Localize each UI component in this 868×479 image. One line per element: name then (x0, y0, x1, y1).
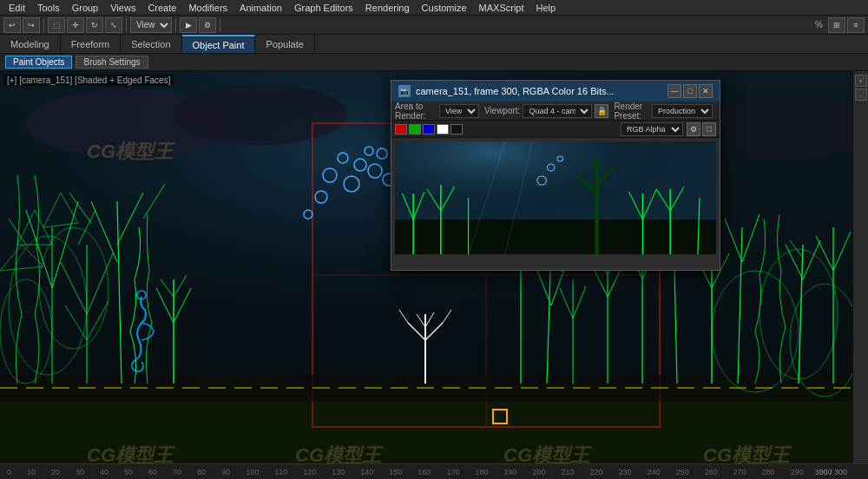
align-btn[interactable]: ≡ (847, 17, 865, 33)
channel-settings[interactable]: ⚙ (687, 122, 700, 136)
toolbar-sep-4 (220, 18, 220, 32)
render-dialog-close[interactable]: ✕ (699, 84, 713, 98)
right-panel: + - ▶ (852, 71, 868, 479)
paint-objects-btn[interactable]: Paint Objects (5, 56, 72, 69)
viewport-dropdown[interactable]: Quad 4 - camer (523, 104, 592, 118)
redo-btn[interactable]: ↪ (23, 17, 40, 33)
undo-btn[interactable]: ↩ (3, 17, 21, 33)
color-blue[interactable] (423, 124, 435, 135)
menu-graph-editors[interactable]: Graph Editors (289, 2, 358, 14)
viewport-lock-btn[interactable]: 🔒 (595, 104, 608, 118)
menu-edit[interactable]: Edit (3, 2, 30, 14)
tab-selection[interactable]: Selection (121, 35, 181, 53)
viewport-label-rd: Viewport: (484, 106, 521, 115)
tab-populate[interactable]: Populate (255, 35, 314, 53)
svg-point-3 (174, 84, 347, 145)
menu-tools[interactable]: Tools (32, 2, 65, 14)
area-label: Area to Render: (395, 102, 437, 121)
menu-group[interactable]: Group (67, 2, 104, 14)
menu-animation[interactable]: Animation (234, 2, 287, 14)
scale-btn[interactable]: ⤡ (105, 17, 122, 33)
menu-create[interactable]: Create (142, 2, 181, 14)
toolbar-sep-1 (43, 18, 44, 32)
render-dialog-controls: — □ ✕ (667, 84, 713, 98)
render-dialog-titlebar[interactable]: 📷 camera_151, frame 300, RGBA Color 16 B… (391, 81, 720, 102)
menu-views[interactable]: Views (105, 2, 141, 14)
svg-rect-112 (395, 220, 716, 254)
frame-counter: 300 / 300 (814, 468, 847, 476)
menu-help[interactable]: Help (531, 2, 562, 14)
render-toolbar2: RGB Alpha ⚙ □ (391, 121, 720, 138)
timeline-bar: 0 10 20 30 40 50 60 70 80 90 100 110 120… (0, 463, 868, 479)
snap-btn[interactable]: ⊞ (828, 17, 845, 33)
main-viewport: CG模型王 CG模型王 CG模型王 CG模型王 CG模型王 CG模型王 [+] … (0, 71, 868, 479)
menu-rendering[interactable]: Rendering (360, 2, 415, 14)
timeline-numbers: 0 10 20 30 40 50 60 70 80 90 100 110 120… (7, 468, 832, 476)
channel-display[interactable]: □ (702, 122, 716, 136)
color-white[interactable] (437, 124, 449, 135)
menu-customize[interactable]: Customize (417, 2, 472, 14)
right-panel-collapse[interactable]: - (855, 89, 867, 101)
viewport-group: Viewport: Quad 4 - camer 🔒 (484, 104, 609, 118)
color-green[interactable] (409, 124, 421, 135)
render-toolbar: Area to Render: View Viewport: Quad 4 - … (391, 102, 720, 121)
render-preset-dropdown[interactable]: Production (652, 104, 713, 118)
render-preset-group: Render Preset: Production (614, 102, 713, 121)
main-toolbar: ↩ ↪ ⬚ ✛ ↻ ⤡ View ▶ ⚙ % ⊞ ≡ (0, 16, 868, 35)
render-settings-btn[interactable]: ⚙ (199, 17, 216, 33)
move-btn[interactable]: ✛ (67, 17, 84, 33)
render-btn[interactable]: ▶ (180, 17, 197, 33)
view-dropdown[interactable]: View (130, 17, 172, 33)
toolbar-percent: % (815, 20, 823, 30)
render-dialog-title: 📷 camera_151, frame 300, RGBA Color 16 B… (398, 85, 615, 97)
rotate-btn[interactable]: ↻ (86, 17, 103, 33)
color-red[interactable] (395, 124, 407, 135)
tab-freeform[interactable]: Freeform (61, 35, 122, 53)
secondary-toolbar: Paint Objects Brush Settings (0, 54, 868, 71)
menu-bar: Edit Tools Group Views Create Modifiers … (0, 0, 868, 16)
tab-bar: Modeling Freeform Selection Object Paint… (0, 35, 868, 54)
color-black[interactable] (450, 124, 463, 135)
render-dialog-restore[interactable]: □ (683, 84, 697, 98)
render-preview-image (395, 141, 716, 254)
render-dialog: 📷 camera_151, frame 300, RGBA Color 16 B… (391, 80, 720, 271)
render-dialog-title-text: camera_151, frame 300, RGBA Color 16 Bit… (416, 86, 615, 96)
toolbar-sep-3 (175, 18, 176, 32)
render-preview (395, 141, 716, 254)
area-to-render-group: Area to Render: View (395, 102, 479, 121)
svg-text:CG模型王: CG模型王 (87, 141, 176, 162)
toolbar-sep-2 (126, 18, 127, 32)
menu-modifiers[interactable]: Modifiers (183, 2, 233, 14)
select-btn[interactable]: ⬚ (48, 17, 65, 33)
right-panel-expand[interactable]: + (855, 75, 867, 87)
brush-settings-btn[interactable]: Brush Settings (76, 56, 148, 69)
channel-dropdown[interactable]: RGB Alpha (621, 122, 683, 136)
tab-object-paint[interactable]: Object Paint (182, 35, 256, 53)
viewport-label: [+] [camera_151] [Shaded + Edged Faces] (3, 75, 174, 86)
render-preset-label: Render Preset: (614, 102, 649, 121)
render-dialog-icon: 📷 (398, 85, 411, 97)
area-dropdown[interactable]: View (439, 104, 479, 118)
render-dialog-minimize[interactable]: — (667, 84, 681, 98)
menu-maxscript[interactable]: MAXScript (474, 2, 529, 14)
tab-modeling[interactable]: Modeling (0, 35, 61, 53)
